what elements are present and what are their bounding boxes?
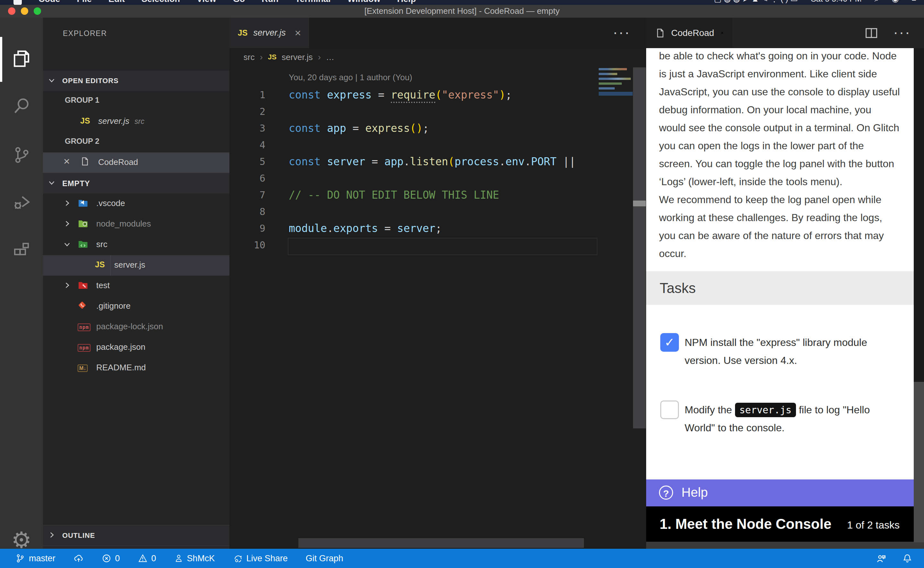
code-line-9[interactable]: 9module.exports = server; xyxy=(229,221,597,238)
status-live-share[interactable]: Live Share xyxy=(233,554,288,563)
code-line-4[interactable]: 4 xyxy=(229,137,597,154)
editor-more-actions-icon[interactable]: ··· xyxy=(613,23,630,41)
lesson-text-line: debug information. On your local machine… xyxy=(659,101,909,119)
search-icon[interactable] xyxy=(0,83,43,129)
lesson-footer[interactable]: 1. Meet the Node Console 1 of 2 tasks xyxy=(646,506,914,542)
chevron-down-icon xyxy=(63,240,71,248)
status-master[interactable]: master xyxy=(15,554,56,563)
row-server-js[interactable]: JSserver.js xyxy=(43,255,229,276)
status-cloud-upload[interactable] xyxy=(74,553,84,563)
code-line-7[interactable]: 7// -- DO NOT EDIT BELOW THIS LINE xyxy=(229,188,597,204)
file-icon xyxy=(655,28,665,38)
breadcrumb-file[interactable]: server.js xyxy=(282,52,313,62)
code-line-3[interactable]: 3const app = express(); xyxy=(229,121,597,137)
row-package-json[interactable]: npmpackage.json xyxy=(43,337,229,358)
status-bar: master00ShMcKLive ShareGit Graph xyxy=(0,549,924,568)
tab-label: server.js xyxy=(253,28,286,38)
webview-scrollbar-track[interactable] xyxy=(914,48,924,382)
git-icon xyxy=(78,301,87,310)
menu-item-edit[interactable]: Edit xyxy=(109,0,125,5)
status-0[interactable]: 0 xyxy=(138,554,156,563)
apple-menu-icon[interactable] xyxy=(14,0,22,5)
siri-icon[interactable]: ◉ xyxy=(892,0,899,4)
status-shmck[interactable]: ShMcK xyxy=(174,554,215,563)
tab-close-icon[interactable]: × xyxy=(721,30,724,36)
task-checkbox-2[interactable] xyxy=(660,400,679,419)
task-checkbox-1[interactable]: ✓ xyxy=(660,333,679,352)
menu-item-view[interactable]: View xyxy=(197,0,216,5)
run-debug-icon[interactable] xyxy=(0,179,43,226)
breadcrumb-separator: › xyxy=(260,52,263,62)
row-src[interactable]: src xyxy=(43,234,229,255)
split-editor-icon[interactable] xyxy=(864,26,879,40)
menu-item-file[interactable]: File xyxy=(77,0,92,5)
menu-item-run[interactable]: Run xyxy=(262,0,279,5)
source-control-icon[interactable] xyxy=(0,131,43,178)
row-coderoad[interactable]: ×CodeRoad xyxy=(43,153,229,173)
warning-icon xyxy=(138,554,148,563)
section-outline[interactable]: OUTLINE xyxy=(43,525,229,546)
menu-item-terminal[interactable]: Terminal xyxy=(295,0,331,5)
menu-clock[interactable]: Sat 5 5:40 PM xyxy=(811,0,861,4)
explorer-icon[interactable] xyxy=(0,35,43,82)
editor-tab-strip: JS server.js × ··· xyxy=(229,18,646,48)
lesson-text-line: JavaScript, you can use the console to d… xyxy=(659,83,909,101)
menu-item-code[interactable]: Code xyxy=(39,0,60,5)
lesson-text: be able to check what's going on in your… xyxy=(659,48,909,263)
editor-horizontal-scrollbar[interactable] xyxy=(298,538,584,548)
breadcrumb-folder[interactable]: src xyxy=(244,52,255,62)
menu-item-help[interactable]: Help xyxy=(397,0,416,5)
js-icon: JS xyxy=(80,116,90,126)
row--vscode[interactable]: .vscode xyxy=(43,193,229,214)
spotlight-icon[interactable]: ⌕ xyxy=(874,0,879,4)
code-line-5[interactable]: 5const server = app.listen(process.env.P… xyxy=(229,154,597,171)
code-line-6[interactable]: 6 xyxy=(229,171,597,188)
minimap[interactable] xyxy=(599,68,633,103)
panel-scrollbar-track[interactable] xyxy=(633,67,646,428)
code-line-8[interactable]: 8 xyxy=(229,204,597,221)
tab-server-js[interactable]: JS server.js × xyxy=(229,18,310,48)
status-0[interactable]: 0 xyxy=(102,554,120,563)
coderoad-webview: be able to check what's going on in your… xyxy=(646,48,914,542)
extensions-icon[interactable] xyxy=(0,227,43,273)
row--gitignore[interactable]: .gitignore xyxy=(43,296,229,317)
row-test[interactable]: test xyxy=(43,276,229,296)
panel-scrollbar-thumb[interactable] xyxy=(633,201,646,206)
status-git-graph[interactable]: Git Graph xyxy=(306,554,343,563)
section-empty[interactable]: EMPTY xyxy=(43,173,229,193)
line-number: 9 xyxy=(229,223,265,234)
tab-close-icon[interactable]: × xyxy=(295,27,301,39)
panel-bottom-strip xyxy=(646,542,924,549)
sidebar-title: EXPLORER xyxy=(63,29,107,38)
row-package-lock-json[interactable]: npmpackage-lock.json xyxy=(43,317,229,337)
menu-item-window[interactable]: Window xyxy=(347,0,380,5)
section-npm-scripts[interactable]: NPM SCRIPTS xyxy=(43,545,229,549)
section-open-editors[interactable]: OPEN EDITORS xyxy=(43,71,229,91)
chevron-right-icon xyxy=(63,281,71,290)
control-center-icon[interactable]: ≡ xyxy=(912,0,916,4)
git-codelens[interactable]: You, 20 days ago | 1 author (You) xyxy=(289,73,412,83)
node-icon xyxy=(78,219,88,229)
doc-icon xyxy=(80,157,89,166)
row-group-1[interactable]: GROUP 1 xyxy=(43,91,229,111)
status-feedback-icon[interactable] xyxy=(876,553,887,564)
breadcrumb-symbol[interactable]: … xyxy=(326,52,334,62)
status-bell-icon[interactable] xyxy=(902,553,912,563)
panel-more-actions-icon[interactable]: ··· xyxy=(893,23,911,41)
close-editor-icon[interactable]: × xyxy=(63,155,70,168)
tab-label: CodeRoad xyxy=(671,28,714,38)
menu-item-selection[interactable]: Selection xyxy=(142,0,180,5)
coderoad-tab-strip: CodeRoad × ··· xyxy=(646,18,924,48)
branch-icon xyxy=(15,554,25,563)
code-line-1[interactable]: 1const express = require("express"); xyxy=(229,88,597,104)
row-group-2[interactable]: GROUP 2 xyxy=(43,132,229,153)
code-line-2[interactable]: 2 xyxy=(229,104,597,121)
row-server-js[interactable]: JSserver.jssrc xyxy=(43,111,229,132)
menu-item-go[interactable]: Go xyxy=(233,0,245,5)
lesson-text-line: We recommend to keep the log panel open … xyxy=(659,190,909,208)
row-readme-md[interactable]: M↓README.md xyxy=(43,358,229,378)
tab-coderoad[interactable]: CodeRoad × xyxy=(646,18,733,48)
row-node-modules[interactable]: node_modules xyxy=(43,214,229,234)
help-bar[interactable]: ? Help xyxy=(646,479,914,506)
webview-scrollbar-thumb[interactable] xyxy=(914,382,924,542)
